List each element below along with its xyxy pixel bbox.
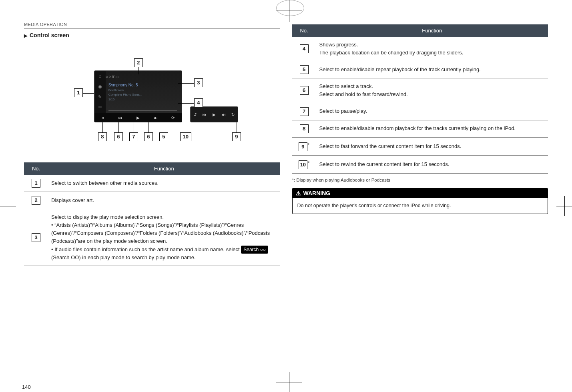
function-table-left: No. Function 1 Select to switch between … [24,162,280,266]
mini-controls-panel: ↺ ⏮ ▶ ⏭ ↻ [190,106,238,122]
registration-mark-top [289,0,289,22]
row-num: 3 [32,233,40,242]
bullet-2: If audio files contain information such … [51,246,277,262]
next-mini-icon[interactable]: ⏭ [222,112,226,117]
row-num: 10 [299,160,307,169]
leader-7 [134,122,134,132]
table-row: 10* Select to rewind the current content… [292,155,548,173]
function-table-right: No. Function 4 Shows progress. The playb… [292,24,548,174]
bullet-1: “Artists (Artists)”/“Albums (Albums)”/“S… [51,221,277,245]
table-row: 8 Select to enable/disable random playba… [292,120,548,137]
device-icon[interactable]: ✎ [98,94,102,100]
table-row: 1 Select to switch between other media s… [24,175,280,192]
row-text: Select to switch between other media sou… [48,175,280,192]
callout-6b: 6 [144,132,153,141]
th-function-right: Function [316,24,548,37]
search-pill: Search ○○ [241,246,268,254]
leader-1 [83,93,94,94]
progress-bar[interactable] [108,110,177,111]
row-text: Select to enable/disable repeat playback… [316,61,548,78]
row-num: 8 [300,124,309,133]
subheading-text: Control screen [30,32,69,38]
callout-5: 5 [159,132,168,141]
warning-body: Do not operate the player's controls or … [293,198,548,214]
table-row: 3 Select to display the play mode select… [24,209,280,266]
section-label: MEDIA OPERATION [24,22,280,29]
right-column: No. Function 4 Shows progress. The playb… [292,22,548,380]
row-num: 7 [300,107,309,116]
forward-15-icon[interactable]: ↻ [231,112,235,117]
registration-mark-top-h [276,10,302,10]
list-icon[interactable]: ☰ [98,105,102,110]
control-screen-diagram: Media > iPod Symphony No. 5 Beethoven Co… [62,46,242,150]
artist-name: Beethoven [108,88,124,92]
previous-track-icon[interactable]: ⏮ [118,116,122,120]
leader-5 [164,122,165,132]
row-text-complex: Select to display the play mode selectio… [48,209,280,266]
leader-4 [178,103,194,104]
row-text: Select to rewind the current content ite… [316,155,548,173]
registration-mark-left [0,206,16,206]
leader-10 [186,122,187,132]
callout-8: 8 [98,132,107,141]
leader-6a [118,122,119,132]
th-function-left: Function [48,162,280,175]
callout-2: 2 [134,58,143,67]
play-icon[interactable]: ▶ [136,116,140,120]
row-num: 5 [300,65,309,74]
row-num: 4 [300,44,309,53]
row-text: Shows progress. The playback location ca… [316,37,548,61]
callout-3: 3 [194,78,203,87]
shuffle-icon[interactable]: ⤭ [101,116,104,120]
page-number: 140 [22,384,31,390]
row-text: Select to enable/disable random playback… [316,120,548,137]
table-row: 4 Shows progress. The playback location … [292,37,548,61]
leader-2 [138,67,139,74]
warning-header: ⚠ WARNING [293,188,548,198]
home-icon[interactable]: ⌂ [98,74,101,78]
table-row: 2 Displays cover art. [24,192,280,209]
left-column: MEDIA OPERATION ▶Control screen Media > … [24,22,280,380]
registration-oval-top [276,0,304,16]
table-row: 5 Select to enable/disable repeat playba… [292,61,548,78]
row-num: 2 [32,196,40,205]
row-num: 9 [299,142,307,151]
table-row: 6 Select to select a track. Select and h… [292,78,548,103]
leader-8 [102,122,103,132]
repeat-icon[interactable]: ⟳ [171,116,175,120]
leader-3 [178,83,194,84]
prev-mini-icon[interactable]: ⏮ [203,112,207,117]
callout-10: 10 [180,132,191,141]
rewind-15-icon[interactable]: ↺ [193,112,197,117]
album-name: Complete Piano Sona... [108,93,142,96]
row-text: Select to pause/play. [316,103,548,120]
row-num: 6 [300,86,309,95]
table-row: 9* Select to fast forward the current co… [292,137,548,155]
callout-7: 7 [129,132,138,141]
source-sidebar: ⌂ ◉ ✎ ☰ [94,71,106,113]
th-no-left: No. [24,162,48,175]
row-text: Select to fast forward the current conte… [316,137,548,155]
play-mini-icon[interactable]: ▶ [213,112,216,117]
leader-9 [237,122,237,132]
ipod-screenshot: Media > iPod Symphony No. 5 Beethoven Co… [94,70,182,122]
callout-1: 1 [74,88,83,97]
track-index: 1/16 [108,98,115,101]
registration-mark-right-v [564,196,565,216]
row-text: Select to select a track. Select and hol… [316,78,548,103]
subheading: ▶Control screen [24,32,280,38]
row-star: * [308,160,309,165]
warning-box: ⚠ WARNING Do not operate the player's co… [292,188,548,214]
warning-icon: ⚠ [296,190,301,196]
row-star: * [308,142,309,147]
next-track-icon[interactable]: ⏭ [154,116,158,120]
warning-title: WARNING [303,190,331,196]
row-lead: Select to display the play mode selectio… [51,214,164,220]
callout-4: 4 [194,98,203,107]
callout-9: 9 [232,132,241,141]
playback-controls-bar: ⤭ ⏮ ▶ ⏭ ⟳ [94,113,182,122]
disc-icon[interactable]: ◉ [98,84,102,89]
page-content: MEDIA OPERATION ▶Control screen Media > … [24,22,548,380]
th-no-right: No. [292,24,316,37]
track-title: Symphony No. 5 [108,83,138,87]
